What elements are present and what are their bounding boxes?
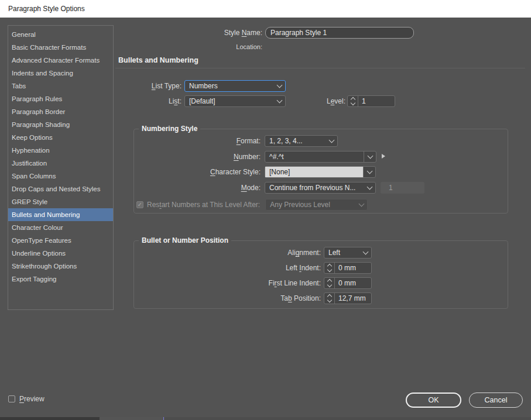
style-name-input[interactable] xyxy=(265,27,414,39)
chevron-down-icon xyxy=(326,136,337,146)
section-title: Bullets and Numbering xyxy=(118,56,198,64)
chevron-down-icon xyxy=(359,247,371,258)
chevron-down-icon xyxy=(355,199,367,210)
list-label: List: xyxy=(135,97,181,105)
sidebar-item-keep-options[interactable]: Keep Options xyxy=(8,131,113,144)
chevron-down-icon xyxy=(273,96,285,106)
ok-button[interactable]: OK xyxy=(406,393,461,408)
sidebar-item-justification[interactable]: Justification xyxy=(8,157,113,170)
cancel-button[interactable]: Cancel xyxy=(469,393,523,408)
sidebar-item-basic-character-formats[interactable]: Basic Character Formats xyxy=(8,41,113,54)
tab-position-stepper[interactable]: 12,7 mm xyxy=(324,292,372,304)
bullet-position-group-title: Bullet or Number Position xyxy=(139,236,231,245)
sidebar-item-paragraph-border[interactable]: Paragraph Border xyxy=(8,105,113,118)
tab-position-label: Tab Position: xyxy=(179,294,321,302)
location-label: Location: xyxy=(135,43,262,50)
sidebar-item-advanced-character-formats[interactable]: Advanced Character Formats xyxy=(8,54,113,67)
sidebar-item-character-colour[interactable]: Character Colour xyxy=(8,221,113,234)
left-indent-stepper[interactable]: 0 mm xyxy=(324,262,372,274)
stepper-arrows-icon[interactable] xyxy=(348,96,358,106)
stepper-arrows-icon[interactable] xyxy=(324,263,335,273)
chevron-down-icon xyxy=(273,81,285,91)
format-select[interactable]: 1, 2, 3, 4... xyxy=(265,135,338,147)
sidebar-item-span-columns[interactable]: Span Columns xyxy=(8,170,113,183)
first-line-indent-value[interactable]: 0 mm xyxy=(335,278,371,288)
style-name-label: Style Name: xyxy=(135,29,262,37)
sidebar-item-bullets-and-numbering[interactable]: Bullets and Numbering xyxy=(8,208,113,221)
first-line-indent-stepper[interactable]: 0 mm xyxy=(324,277,372,289)
stepper-arrows-icon[interactable] xyxy=(324,278,335,288)
left-indent-value[interactable]: 0 mm xyxy=(335,263,371,273)
restart-numbers-checkbox: ✓ xyxy=(136,201,143,208)
format-label: Format: xyxy=(152,137,261,145)
restart-numbers-label: Restart Numbers at This Level After: xyxy=(147,201,260,209)
window-titlebar: Paragraph Style Options xyxy=(0,0,531,18)
character-style-label: Character Style: xyxy=(152,168,261,176)
mode-select[interactable]: Continue from Previous N... xyxy=(265,182,376,194)
sidebar-item-underline-options[interactable]: Underline Options xyxy=(8,247,113,260)
sidebar-item-indents-and-spacing[interactable]: Indents and Spacing xyxy=(8,67,113,80)
sidebar-item-tabs[interactable]: Tabs xyxy=(8,80,113,92)
left-indent-label: Left Indent: xyxy=(179,264,321,272)
alignment-select[interactable]: Left xyxy=(324,247,372,259)
number-flyout-arrow-icon[interactable] xyxy=(382,154,385,159)
paragraph-style-options-dialog: Paragraph Style Options General Basic Ch… xyxy=(0,0,531,420)
sidebar-item-drop-caps-and-nested-styles[interactable]: Drop Caps and Nested Styles xyxy=(8,183,113,195)
list-type-select[interactable]: Numbers xyxy=(184,80,286,92)
window-title: Paragraph Style Options xyxy=(8,5,85,13)
numbering-style-group-title: Numbering Style xyxy=(139,125,200,133)
alignment-label: Alignment: xyxy=(179,249,321,257)
stepper-arrows-icon[interactable] xyxy=(324,293,335,304)
number-combo[interactable]: ^#.^t xyxy=(265,151,376,163)
section-separator xyxy=(115,68,525,68)
chevron-down-icon xyxy=(363,167,375,177)
tab-position-value[interactable]: 12,7 mm xyxy=(335,293,371,304)
level-value[interactable]: 1 xyxy=(358,96,395,106)
sidebar-item-general[interactable]: General xyxy=(8,28,113,41)
character-style-select[interactable]: [None] xyxy=(265,166,376,178)
sidebar: General Basic Character Formats Advanced… xyxy=(8,25,114,310)
sidebar-item-paragraph-shading[interactable]: Paragraph Shading xyxy=(8,118,113,131)
sidebar-item-grep-style[interactable]: GREP Style xyxy=(8,195,113,208)
level-label: Level: xyxy=(319,97,345,105)
sidebar-item-strikethrough-options[interactable]: Strikethrough Options xyxy=(8,260,113,273)
list-select[interactable]: [Default] xyxy=(184,95,286,107)
background-app-edge xyxy=(100,417,164,420)
number-label: Number: xyxy=(152,153,261,161)
background-app-edge xyxy=(0,417,100,420)
level-stepper[interactable]: 1 xyxy=(347,95,395,107)
preview-checkbox[interactable] xyxy=(8,395,15,402)
chevron-down-icon[interactable] xyxy=(364,152,376,162)
restart-level-select: Any Previous Level xyxy=(265,199,368,211)
mode-label: Mode: xyxy=(152,184,261,192)
sidebar-item-export-tagging[interactable]: Export Tagging xyxy=(8,273,113,285)
first-line-indent-label: First Line Indent: xyxy=(179,279,321,287)
sidebar-item-opentype-features[interactable]: OpenType Features xyxy=(8,234,113,247)
chevron-down-icon xyxy=(364,183,375,193)
mode-number-field: 1 xyxy=(381,182,424,194)
preview-label[interactable]: Preview xyxy=(19,395,44,403)
sidebar-item-hyphenation[interactable]: Hyphenation xyxy=(8,144,113,157)
background-app-edge xyxy=(165,417,531,420)
sidebar-item-paragraph-rules[interactable]: Paragraph Rules xyxy=(8,92,113,105)
list-type-label: List Type: xyxy=(135,82,181,90)
